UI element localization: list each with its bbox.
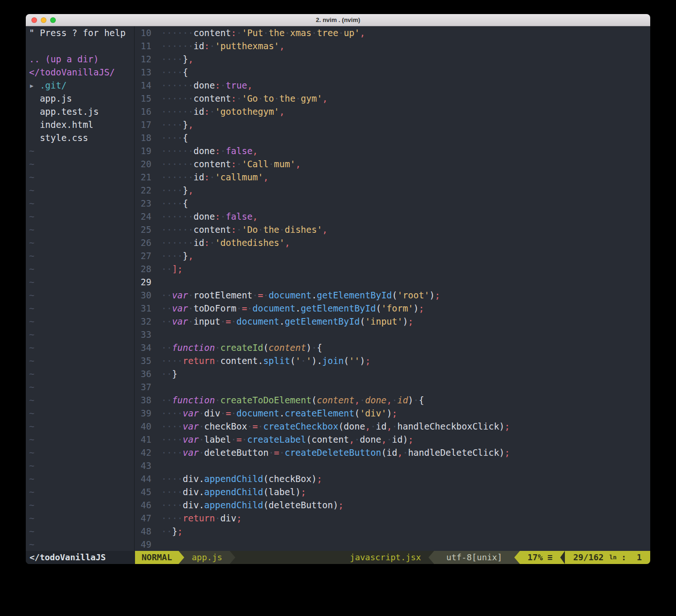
code-line[interactable]: 27····}, bbox=[135, 249, 650, 262]
code-text: ····}, bbox=[161, 119, 194, 130]
tree-item[interactable]: style.css bbox=[29, 131, 134, 144]
file-tree[interactable]: " Press ? for help.. (up a dir)</todoVan… bbox=[26, 26, 135, 551]
titlebar: 2. nvim . (nvim) bbox=[26, 14, 650, 26]
empty-line-marker: ~ bbox=[29, 459, 134, 472]
code-line[interactable]: 29 bbox=[135, 275, 650, 289]
code-line[interactable]: 40····var·checkBox·=·createCheckbox(done… bbox=[135, 420, 650, 433]
tree-item[interactable]: " Press ? for help bbox=[29, 26, 134, 39]
code-text: ··function·createToDoElement(content,·do… bbox=[161, 395, 424, 405]
line-number: 24 bbox=[135, 210, 151, 223]
code-line[interactable]: 35····return·content.split('·').join('')… bbox=[135, 354, 650, 367]
line-number: 32 bbox=[135, 315, 151, 328]
code-line[interactable]: 47····return·div; bbox=[135, 512, 650, 525]
code-line[interactable]: 41····var·label·=·createLabel(content,·d… bbox=[135, 433, 650, 446]
statusline-middle: javascript.jsx bbox=[235, 551, 428, 564]
code-line[interactable]: 45····div.appendChild(label); bbox=[135, 485, 650, 498]
statusline-scroll: 17% ≡ bbox=[520, 551, 560, 564]
line-number: 15 bbox=[135, 92, 151, 105]
line-number: 23 bbox=[135, 197, 151, 210]
code-line[interactable]: 36··} bbox=[135, 367, 650, 380]
code-line[interactable]: 19······done:·false, bbox=[135, 144, 650, 157]
line-number: 48 bbox=[135, 525, 151, 538]
code-line[interactable]: 30··var·rootElement·=·document.getElemen… bbox=[135, 289, 650, 302]
code-text: ····var·checkBox·=·createCheckbox(done,·… bbox=[161, 421, 510, 431]
code-line[interactable]: 16······id:·'gotothegym', bbox=[135, 105, 650, 118]
code-line[interactable]: 18····{ bbox=[135, 131, 650, 144]
code-line[interactable]: 34··function·createId(content)·{ bbox=[135, 341, 650, 354]
traffic-lights bbox=[31, 14, 56, 26]
line-number: 39 bbox=[135, 407, 151, 420]
powerline-separator-icon bbox=[514, 551, 520, 564]
code-line[interactable]: 31··var·toDoForm·=·document.getElementBy… bbox=[135, 302, 650, 315]
tree-item[interactable]: </todoVanillaJS/ bbox=[29, 66, 134, 79]
empty-line-marker: ~ bbox=[29, 485, 134, 498]
code-line[interactable]: 12····}, bbox=[135, 52, 650, 66]
line-number: 12 bbox=[135, 52, 151, 66]
line-number: 47 bbox=[135, 512, 151, 525]
tree-item[interactable]: ▸ .git/ bbox=[29, 79, 134, 92]
code-line[interactable]: 33 bbox=[135, 328, 650, 341]
code-line[interactable]: 23····{ bbox=[135, 197, 650, 210]
code-line[interactable]: 46····div.appendChild(deleteButton); bbox=[135, 498, 650, 512]
code-line[interactable]: 44····div.appendChild(checkBox); bbox=[135, 472, 650, 485]
line-number: 28 bbox=[135, 262, 151, 275]
code-text: ······done:·false, bbox=[161, 211, 258, 222]
statusline-filetype: javascript.jsx bbox=[350, 551, 428, 564]
code-line[interactable]: 25······content:·'Do·the·dishes', bbox=[135, 223, 650, 236]
code-text: ····var·div·=·document.createElement('di… bbox=[161, 408, 398, 418]
code-text: ··var·toDoForm·=·document.getElementById… bbox=[161, 303, 424, 313]
code-text: ····return·content.split('·').join(''); bbox=[161, 356, 370, 366]
code-line[interactable]: 43 bbox=[135, 459, 650, 472]
empty-line-marker: ~ bbox=[29, 525, 134, 538]
code-text: ····return·div; bbox=[161, 513, 242, 523]
zoom-button[interactable] bbox=[50, 17, 56, 23]
code-line[interactable]: 48··}; bbox=[135, 525, 650, 538]
code-line[interactable]: 38··function·createToDoElement(content,·… bbox=[135, 393, 650, 407]
statusline-tree-path: </todoVanillaJS bbox=[26, 551, 135, 564]
empty-line-marker: ~ bbox=[29, 275, 134, 289]
code-line[interactable]: 13····{ bbox=[135, 66, 650, 79]
tree-item[interactable]: .. (up a dir) bbox=[29, 52, 134, 66]
code-line[interactable]: 39····var·div·=·document.createElement('… bbox=[135, 407, 650, 420]
code-line[interactable]: 17····}, bbox=[135, 118, 650, 131]
code-line[interactable]: 37 bbox=[135, 380, 650, 393]
tree-item[interactable]: app.test.js bbox=[29, 105, 134, 118]
code-line[interactable]: 28··]; bbox=[135, 262, 650, 275]
code-line[interactable]: 15······content:·'Go·to·the·gym', bbox=[135, 92, 650, 105]
code-text: ······id:·'callmum', bbox=[161, 172, 269, 182]
code-line[interactable]: 26······id:·'dothedishes', bbox=[135, 236, 650, 249]
tree-item[interactable]: index.html bbox=[29, 118, 134, 131]
minimize-button[interactable] bbox=[41, 17, 46, 23]
line-number: 21 bbox=[135, 171, 151, 184]
code-line[interactable]: 32··var·input·=·document.getElementById(… bbox=[135, 315, 650, 328]
empty-line-marker: ~ bbox=[29, 302, 134, 315]
code-line[interactable]: 21······id:·'callmum', bbox=[135, 171, 650, 184]
code-text: ····var·deleteButton·=·createDeleteButto… bbox=[161, 447, 510, 458]
editor-buffer[interactable]: 10······content:·'Put·the·xmas·tree·up',… bbox=[135, 26, 650, 551]
empty-line-marker: ~ bbox=[29, 249, 134, 262]
empty-line-marker: ~ bbox=[29, 538, 134, 551]
line-number-icon: ln bbox=[609, 551, 617, 564]
code-text: ··var·rootElement·=·document.getElementB… bbox=[161, 290, 440, 300]
code-line[interactable]: 24······done:·false, bbox=[135, 210, 650, 223]
code-line[interactable]: 14······done:·true, bbox=[135, 79, 650, 92]
line-number: 16 bbox=[135, 105, 151, 118]
code-line[interactable]: 20······content:·'Call·mum', bbox=[135, 157, 650, 171]
code-line[interactable]: 22····}, bbox=[135, 184, 650, 197]
code-line[interactable]: 42····var·deleteButton·=·createDeleteBut… bbox=[135, 446, 650, 459]
line-number: 29 bbox=[135, 275, 151, 289]
tree-item[interactable]: app.js bbox=[29, 92, 134, 105]
line-number: 41 bbox=[135, 433, 151, 446]
close-button[interactable] bbox=[31, 17, 37, 23]
empty-line-marker: ~ bbox=[29, 407, 134, 420]
line-number: 30 bbox=[135, 289, 151, 302]
line-number: 10 bbox=[135, 26, 151, 39]
line-number: 38 bbox=[135, 393, 151, 407]
empty-line-marker: ~ bbox=[29, 393, 134, 407]
code-line[interactable]: 10······content:·'Put·the·xmas·tree·up', bbox=[135, 26, 650, 39]
empty-line-marker: ~ bbox=[29, 420, 134, 433]
empty-line-marker: ~ bbox=[29, 433, 134, 446]
code-line[interactable]: 49 bbox=[135, 538, 650, 551]
code-line[interactable]: 11······id:·'putthexmas', bbox=[135, 39, 650, 52]
line-number: 27 bbox=[135, 249, 151, 262]
